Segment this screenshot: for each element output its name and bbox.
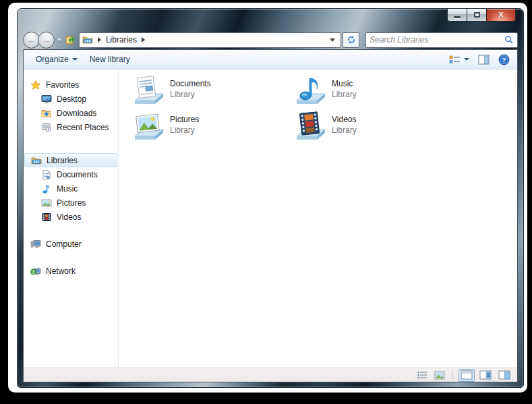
sidebar-label: Recent Places — [57, 123, 109, 132]
desktop-icon — [41, 94, 52, 105]
library-tile-pictures[interactable]: Pictures Library — [131, 111, 293, 146]
back-arrow-icon: ← — [27, 36, 36, 45]
tile-name: Documents — [170, 79, 211, 88]
statusbar-separator — [452, 370, 453, 380]
details-list-icon — [417, 370, 427, 380]
sidebar-label: Music — [57, 184, 78, 194]
forward-button[interactable]: → — [38, 32, 55, 49]
library-tile-documents[interactable]: Documents Library — [131, 75, 293, 111]
sidebar-label: Downloads — [57, 109, 96, 118]
computer-icon — [30, 239, 41, 250]
sidebar-item-documents[interactable]: Documents — [24, 167, 118, 181]
sidebar-gap — [24, 224, 118, 237]
library-tile-videos[interactable]: Videos Library — [293, 111, 454, 146]
library-tile-music[interactable]: Music Library — [293, 75, 454, 111]
new-library-button[interactable]: New library — [84, 52, 136, 67]
tile-text: Pictures Library — [170, 111, 199, 135]
preview-pane-icon[interactable] — [478, 55, 490, 65]
title-bar[interactable]: X — [18, 9, 523, 31]
toolbar-right-group: ? — [449, 54, 511, 65]
sidebar-section-favorites[interactable]: Favorites — [24, 78, 118, 92]
sidebar-label: Network — [46, 266, 76, 276]
pane-details-icon — [479, 370, 492, 380]
sidebar-label: Pictures — [57, 198, 86, 208]
up-folder-icon[interactable] — [65, 34, 76, 45]
sidebar-item-recent-places[interactable]: Recent Places — [24, 120, 118, 134]
refresh-button[interactable] — [343, 32, 359, 48]
sidebar-label: Libraries — [47, 156, 78, 165]
libraries-folder-icon — [82, 34, 93, 45]
network-icon — [30, 266, 41, 277]
forward-arrow-icon: → — [42, 36, 51, 45]
change-view-button[interactable] — [449, 55, 469, 65]
breadcrumb-item-libraries[interactable]: Libraries — [106, 35, 137, 45]
refresh-icon — [347, 35, 356, 45]
thumbnail-view-button[interactable] — [432, 369, 447, 381]
document-icon — [41, 169, 52, 180]
sidebar-label: Computer — [46, 239, 82, 249]
tile-type: Library — [170, 90, 211, 99]
sidebar-label: Desktop — [57, 94, 86, 104]
address-bar[interactable]: Libraries — [79, 32, 341, 48]
minimize-button[interactable] — [447, 9, 467, 22]
layout-preview-button[interactable] — [496, 369, 512, 382]
video-film-icon — [41, 212, 52, 223]
main-area: Favorites Desktop — [24, 69, 517, 368]
recent-pages-dropdown[interactable]: ▼ — [57, 37, 62, 43]
views-dropdown-icon — [464, 58, 469, 61]
pane-preview-icon — [498, 370, 510, 380]
layout-details-button[interactable] — [477, 369, 494, 382]
documents-library-icon — [131, 75, 165, 107]
thumbnail-icon — [434, 371, 445, 380]
sidebar-section-computer[interactable]: Computer — [24, 237, 118, 251]
sidebar-label: Favorites — [46, 80, 79, 90]
close-icon: X — [498, 11, 503, 19]
breadcrumb-separator-icon[interactable] — [98, 37, 101, 42]
organize-button[interactable]: Organize — [30, 52, 84, 67]
picture-icon — [41, 198, 52, 208]
tile-type: Library — [332, 90, 357, 99]
window-body: Organize New library — [23, 49, 518, 382]
maximize-button[interactable] — [467, 9, 486, 22]
close-button[interactable]: X — [486, 9, 516, 22]
music-note-icon — [41, 183, 52, 194]
breadcrumb-expand-icon[interactable] — [142, 37, 145, 42]
library-tiles: Documents Library — [131, 75, 517, 146]
organize-label: Organize — [36, 55, 69, 64]
address-history-dropdown-icon[interactable] — [330, 38, 335, 42]
new-library-label: New library — [90, 55, 130, 64]
sidebar-section-network[interactable]: Network — [24, 264, 118, 278]
tile-name: Pictures — [170, 115, 199, 124]
tile-type: Library — [332, 125, 357, 135]
recent-places-icon — [41, 122, 52, 133]
tile-type: Library — [170, 125, 199, 135]
sidebar-item-downloads[interactable]: Downloads — [24, 106, 118, 120]
tile-name: Music — [332, 79, 357, 88]
pane-simple-icon — [461, 370, 473, 380]
svg-text:?: ? — [502, 56, 506, 63]
navigation-bar: ← → ▼ Libraries — [23, 30, 518, 49]
search-icon[interactable] — [504, 35, 514, 45]
sidebar-item-desktop[interactable]: Desktop — [24, 92, 118, 106]
window-controls: X — [447, 9, 516, 22]
sidebar-gap — [24, 251, 118, 264]
sidebar-item-videos[interactable]: Videos — [24, 210, 118, 224]
layout-simple-button[interactable] — [459, 369, 475, 382]
sidebar-item-music[interactable]: Music — [24, 181, 118, 196]
pictures-library-icon — [131, 111, 165, 143]
star-icon — [30, 80, 41, 90]
tile-name: Videos — [332, 115, 357, 124]
details-list-button[interactable] — [415, 369, 430, 381]
music-library-icon — [293, 75, 326, 107]
sidebar-label: Documents — [57, 170, 98, 179]
search-input[interactable] — [370, 35, 504, 45]
chevron-down-icon — [72, 58, 78, 61]
restore-icon — [474, 12, 480, 18]
minimize-icon — [454, 16, 461, 18]
help-icon[interactable]: ? — [498, 54, 510, 65]
items-view[interactable]: Documents Library — [119, 69, 517, 368]
sidebar-item-pictures[interactable]: Pictures — [24, 196, 118, 210]
sidebar-section-libraries[interactable]: Libraries — [24, 153, 117, 167]
explorer-window: X ← → ▼ Libraries — [17, 8, 524, 388]
views-icon — [449, 55, 461, 65]
